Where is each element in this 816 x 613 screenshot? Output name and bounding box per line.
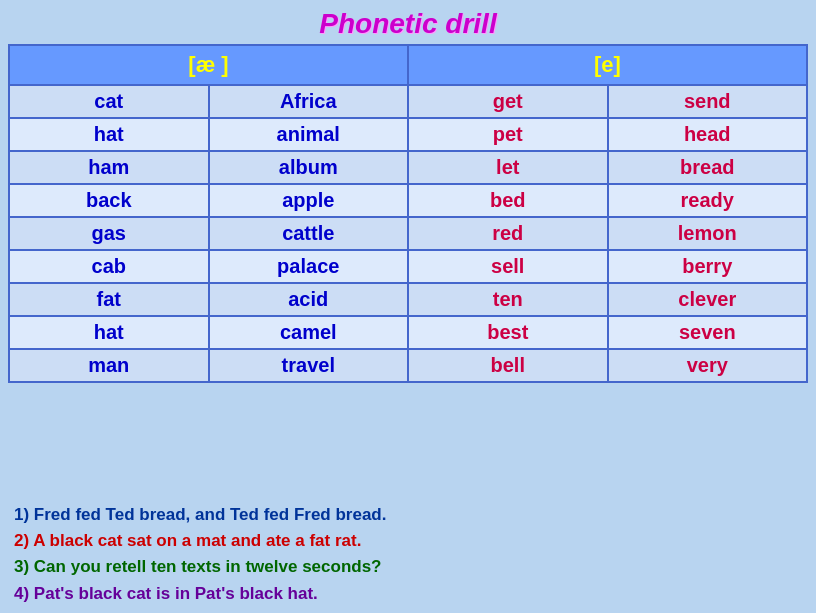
header-ae: [æ ] <box>9 45 408 85</box>
table-row: gascattleredlemon <box>9 217 807 250</box>
page-title: Phonetic drill <box>0 0 816 44</box>
table-row: mantravelbellvery <box>9 349 807 382</box>
table-cell: album <box>209 151 409 184</box>
table-cell: apple <box>209 184 409 217</box>
table-cell: lemon <box>608 217 808 250</box>
table-cell: send <box>608 85 808 118</box>
table-cell: sell <box>408 250 608 283</box>
table-cell: man <box>9 349 209 382</box>
table-cell: acid <box>209 283 409 316</box>
table-cell: fat <box>9 283 209 316</box>
table-row: fatacidtenclever <box>9 283 807 316</box>
table-cell: camel <box>209 316 409 349</box>
table-cell: ready <box>608 184 808 217</box>
table-wrapper: [æ ] [e] catAfricagetsendhatanimalpethea… <box>0 44 816 496</box>
table-cell: cattle <box>209 217 409 250</box>
table-cell: ham <box>9 151 209 184</box>
sentence: 4) Pat's black cat is in Pat's black hat… <box>14 581 802 607</box>
table-cell: seven <box>608 316 808 349</box>
table-cell: cab <box>9 250 209 283</box>
table-cell: cat <box>9 85 209 118</box>
sentence: 2) A black cat sat on a mat and ate a fa… <box>14 528 802 554</box>
header-e: [e] <box>408 45 807 85</box>
table-cell: travel <box>209 349 409 382</box>
table-row: hatcamelbestseven <box>9 316 807 349</box>
table-cell: berry <box>608 250 808 283</box>
table-cell: clever <box>608 283 808 316</box>
table-cell: bed <box>408 184 608 217</box>
table-cell: very <box>608 349 808 382</box>
table-cell: bell <box>408 349 608 382</box>
table-cell: hat <box>9 118 209 151</box>
table-cell: Africa <box>209 85 409 118</box>
table-cell: red <box>408 217 608 250</box>
main-container: Phonetic drill [æ ] [e] catAfricagetsend… <box>0 0 816 613</box>
sentence: 3) Can you retell ten texts in twelve se… <box>14 554 802 580</box>
table-row: cabpalacesellberry <box>9 250 807 283</box>
table-cell: gas <box>9 217 209 250</box>
table-cell: pet <box>408 118 608 151</box>
table-row: hamalbumletbread <box>9 151 807 184</box>
sentence: 1) Fred fed Ted bread, and Ted fed Fred … <box>14 502 802 528</box>
table-cell: best <box>408 316 608 349</box>
table-cell: palace <box>209 250 409 283</box>
table-cell: back <box>9 184 209 217</box>
table-row: hatanimalpethead <box>9 118 807 151</box>
table-cell: let <box>408 151 608 184</box>
table-row: backapplebedready <box>9 184 807 217</box>
table-cell: hat <box>9 316 209 349</box>
sentences-section: 1) Fred fed Ted bread, and Ted fed Fred … <box>0 496 816 613</box>
table-cell: animal <box>209 118 409 151</box>
table-cell: ten <box>408 283 608 316</box>
phonetic-table: [æ ] [e] catAfricagetsendhatanimalpethea… <box>8 44 808 383</box>
table-row: catAfricagetsend <box>9 85 807 118</box>
table-cell: head <box>608 118 808 151</box>
table-cell: bread <box>608 151 808 184</box>
table-cell: get <box>408 85 608 118</box>
